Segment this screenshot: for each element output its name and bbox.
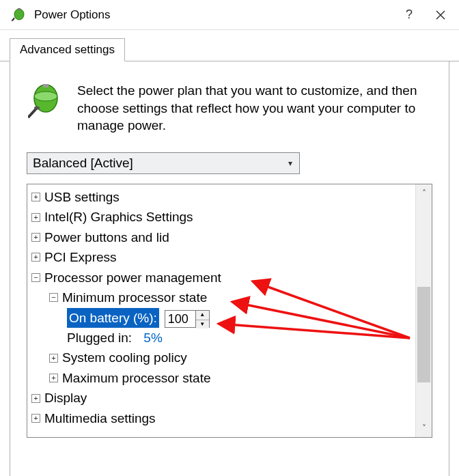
- svg-point-3: [34, 92, 57, 101]
- tab-advanced-settings[interactable]: Advanced settings: [10, 38, 125, 61]
- chevron-down-icon: ▾: [288, 158, 292, 168]
- expand-icon[interactable]: [31, 233, 40, 242]
- intro-text: Select the power plan that you want to c…: [77, 82, 432, 135]
- help-button[interactable]: ?: [393, 0, 425, 30]
- tree-item-power-buttons[interactable]: Power buttons and lid: [31, 227, 411, 247]
- tree-item-display[interactable]: Display: [31, 388, 411, 408]
- tab-panel: Select the power plan that you want to c…: [10, 61, 449, 476]
- vertical-scrollbar[interactable]: ˄ ˅: [415, 184, 432, 437]
- tree-item-processor-power[interactable]: Processor power management: [31, 268, 411, 288]
- power-plan-selected: Balanced [Active]: [33, 156, 133, 171]
- scroll-up-arrow[interactable]: ˄: [422, 184, 426, 202]
- tree-item-max-processor-state[interactable]: Maximum processor state: [31, 368, 411, 388]
- settings-tree[interactable]: USB settings Intel(R) Graphics Settings …: [27, 184, 415, 437]
- tree-label: Maximum processor state: [62, 368, 211, 388]
- close-button[interactable]: [425, 0, 456, 30]
- svg-rect-1: [18, 8, 20, 10]
- spinner-up[interactable]: ▲: [196, 311, 209, 320]
- intro-row: Select the power plan that you want to c…: [27, 82, 432, 135]
- power-icon: [27, 82, 65, 135]
- tree-label: USB settings: [44, 187, 120, 207]
- tree-item-cooling-policy[interactable]: System cooling policy: [31, 348, 411, 367]
- setting-on-battery[interactable]: On battery (%): ▲ ▼: [31, 308, 411, 328]
- expand-icon[interactable]: [31, 394, 40, 403]
- tree-label: Display: [44, 388, 87, 408]
- plugged-in-label: Plugged in:: [67, 328, 132, 348]
- on-battery-input[interactable]: [165, 311, 195, 327]
- svg-point-0: [14, 9, 24, 20]
- window-title: Power Options: [34, 8, 393, 22]
- tree-label: PCI Express: [44, 247, 117, 267]
- plugged-in-value[interactable]: 5%: [143, 328, 162, 348]
- scroll-thumb[interactable]: [417, 287, 430, 382]
- tree-label: Multimedia settings: [44, 408, 156, 428]
- svg-rect-4: [43, 84, 48, 87]
- tree-item-multimedia[interactable]: Multimedia settings: [31, 408, 411, 428]
- tree-label: System cooling policy: [62, 348, 187, 367]
- settings-tree-container: USB settings Intel(R) Graphics Settings …: [27, 184, 432, 438]
- expand-icon[interactable]: [31, 213, 40, 222]
- tree-item-usb[interactable]: USB settings: [31, 187, 411, 207]
- tree-item-pci-express[interactable]: PCI Express: [31, 247, 411, 267]
- title-bar: Power Options ?: [0, 0, 459, 30]
- on-battery-label: On battery (%):: [67, 308, 159, 328]
- tree-label: Minimum processor state: [62, 288, 207, 307]
- tree-label: Intel(R) Graphics Settings: [44, 207, 193, 227]
- on-battery-spinner[interactable]: ▲ ▼: [165, 310, 210, 328]
- app-icon: [11, 7, 27, 23]
- tree-item-intel-graphics[interactable]: Intel(R) Graphics Settings: [31, 207, 411, 227]
- svg-point-5: [34, 107, 40, 110]
- expand-icon[interactable]: [31, 193, 40, 201]
- power-plan-dropdown[interactable]: Balanced [Active] ▾: [27, 152, 300, 174]
- scroll-down-arrow[interactable]: ˅: [422, 419, 426, 437]
- setting-plugged-in[interactable]: Plugged in: 5%: [31, 328, 411, 348]
- collapse-icon[interactable]: [49, 293, 58, 302]
- spinner-down[interactable]: ▼: [196, 320, 209, 328]
- tab-strip: Advanced settings: [0, 30, 459, 61]
- tree-item-min-processor-state[interactable]: Minimum processor state: [31, 288, 411, 307]
- expand-icon[interactable]: [31, 414, 40, 423]
- tree-label: Processor power management: [44, 268, 221, 288]
- expand-icon[interactable]: [31, 253, 40, 262]
- tree-label: Power buttons and lid: [44, 227, 169, 247]
- expand-icon[interactable]: [49, 374, 58, 382]
- expand-icon[interactable]: [49, 354, 58, 363]
- collapse-icon[interactable]: [31, 273, 40, 282]
